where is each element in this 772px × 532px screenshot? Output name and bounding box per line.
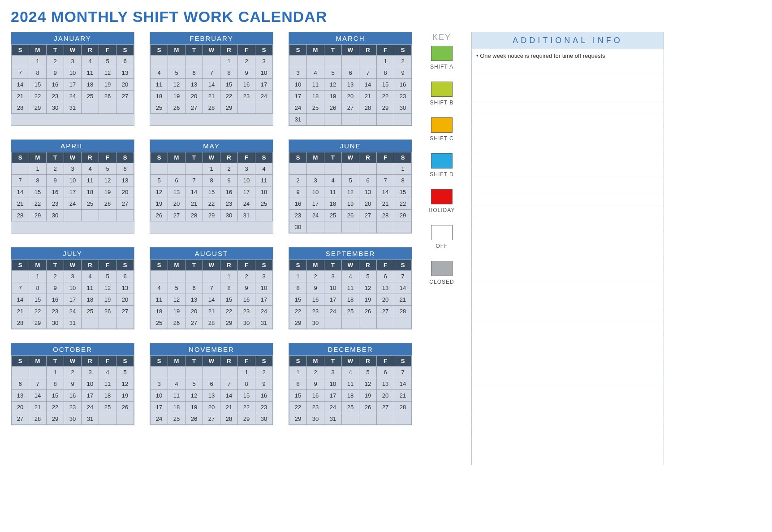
day-cell[interactable]: 31 bbox=[255, 317, 273, 329]
day-cell[interactable]: 14 bbox=[12, 186, 29, 198]
day-cell[interactable] bbox=[116, 210, 134, 221]
info-row[interactable]: • One week notice is required for time o… bbox=[472, 49, 664, 62]
day-cell[interactable] bbox=[289, 56, 307, 67]
day-cell[interactable]: 7 bbox=[394, 367, 412, 378]
day-cell[interactable]: 17 bbox=[289, 91, 307, 102]
day-cell[interactable]: 16 bbox=[47, 186, 64, 198]
day-cell[interactable]: 20 bbox=[168, 198, 185, 210]
day-cell[interactable]: 12 bbox=[168, 79, 185, 91]
day-cell[interactable]: 18 bbox=[307, 91, 324, 102]
day-cell[interactable]: 28 bbox=[394, 402, 412, 413]
day-cell[interactable]: 28 bbox=[203, 102, 220, 114]
day-cell[interactable]: 6 bbox=[116, 163, 134, 175]
day-cell[interactable]: 19 bbox=[359, 390, 377, 402]
day-cell[interactable]: 1 bbox=[238, 367, 255, 378]
day-cell[interactable]: 24 bbox=[64, 91, 82, 102]
day-cell[interactable]: 22 bbox=[29, 198, 47, 210]
day-cell[interactable]: 8 bbox=[394, 175, 412, 186]
info-row[interactable] bbox=[472, 296, 664, 309]
day-cell[interactable]: 6 bbox=[203, 378, 220, 390]
info-row[interactable] bbox=[472, 400, 664, 413]
day-cell[interactable]: 8 bbox=[220, 67, 238, 79]
day-cell[interactable]: 21 bbox=[29, 402, 47, 413]
day-cell[interactable]: 21 bbox=[394, 294, 412, 306]
day-cell[interactable]: 17 bbox=[324, 294, 342, 306]
day-cell[interactable]: 24 bbox=[238, 198, 255, 210]
day-cell[interactable] bbox=[203, 367, 220, 378]
day-cell[interactable]: 13 bbox=[359, 186, 377, 198]
day-cell[interactable]: 3 bbox=[64, 56, 82, 67]
day-cell[interactable]: 13 bbox=[168, 186, 185, 198]
day-cell[interactable]: 18 bbox=[168, 402, 185, 413]
info-row[interactable] bbox=[472, 244, 664, 257]
day-cell[interactable] bbox=[342, 221, 359, 233]
day-cell[interactable]: 25 bbox=[151, 317, 168, 329]
day-cell[interactable]: 2 bbox=[289, 175, 307, 186]
day-cell[interactable]: 8 bbox=[377, 67, 394, 79]
day-cell[interactable]: 5 bbox=[168, 282, 185, 294]
day-cell[interactable] bbox=[116, 317, 134, 329]
day-cell[interactable]: 10 bbox=[64, 175, 82, 186]
day-cell[interactable] bbox=[116, 413, 134, 425]
day-cell[interactable]: 5 bbox=[99, 271, 116, 282]
day-cell[interactable]: 10 bbox=[82, 378, 99, 390]
day-cell[interactable]: 13 bbox=[203, 390, 220, 402]
day-cell[interactable] bbox=[82, 102, 99, 114]
day-cell[interactable]: 9 bbox=[307, 282, 324, 294]
day-cell[interactable]: 8 bbox=[203, 175, 220, 186]
day-cell[interactable]: 7 bbox=[12, 67, 29, 79]
day-cell[interactable]: 4 bbox=[342, 367, 359, 378]
day-cell[interactable]: 26 bbox=[185, 413, 203, 425]
day-cell[interactable]: 12 bbox=[185, 390, 203, 402]
day-cell[interactable]: 4 bbox=[82, 271, 99, 282]
day-cell[interactable]: 29 bbox=[29, 102, 47, 114]
day-cell[interactable]: 20 bbox=[185, 91, 203, 102]
day-cell[interactable]: 11 bbox=[324, 186, 342, 198]
day-cell[interactable]: 24 bbox=[289, 102, 307, 114]
day-cell[interactable]: 1 bbox=[289, 271, 307, 282]
day-cell[interactable]: 8 bbox=[289, 282, 307, 294]
day-cell[interactable]: 15 bbox=[29, 186, 47, 198]
day-cell[interactable] bbox=[168, 367, 185, 378]
day-cell[interactable]: 29 bbox=[289, 413, 307, 425]
day-cell[interactable] bbox=[359, 413, 377, 425]
day-cell[interactable] bbox=[324, 317, 342, 329]
day-cell[interactable]: 9 bbox=[289, 186, 307, 198]
day-cell[interactable]: 21 bbox=[185, 198, 203, 210]
day-cell[interactable]: 9 bbox=[307, 378, 324, 390]
day-cell[interactable]: 15 bbox=[29, 79, 47, 91]
day-cell[interactable]: 12 bbox=[359, 282, 377, 294]
day-cell[interactable] bbox=[220, 367, 238, 378]
day-cell[interactable]: 20 bbox=[116, 294, 134, 306]
day-cell[interactable]: 26 bbox=[116, 402, 134, 413]
day-cell[interactable]: 22 bbox=[220, 91, 238, 102]
day-cell[interactable]: 19 bbox=[168, 91, 185, 102]
day-cell[interactable]: 13 bbox=[185, 294, 203, 306]
day-cell[interactable]: 4 bbox=[151, 282, 168, 294]
info-row[interactable] bbox=[472, 205, 664, 218]
day-cell[interactable]: 30 bbox=[255, 413, 273, 425]
day-cell[interactable]: 5 bbox=[342, 175, 359, 186]
day-cell[interactable]: 25 bbox=[324, 210, 342, 221]
info-row[interactable] bbox=[472, 309, 664, 322]
day-cell[interactable]: 3 bbox=[289, 67, 307, 79]
day-cell[interactable]: 8 bbox=[29, 67, 47, 79]
day-cell[interactable] bbox=[289, 163, 307, 175]
day-cell[interactable] bbox=[29, 367, 47, 378]
day-cell[interactable]: 13 bbox=[185, 79, 203, 91]
day-cell[interactable]: 28 bbox=[12, 317, 29, 329]
day-cell[interactable]: 19 bbox=[168, 306, 185, 317]
day-cell[interactable]: 17 bbox=[151, 402, 168, 413]
day-cell[interactable]: 29 bbox=[47, 413, 64, 425]
day-cell[interactable]: 30 bbox=[64, 413, 82, 425]
day-cell[interactable]: 22 bbox=[29, 91, 47, 102]
day-cell[interactable] bbox=[64, 210, 82, 221]
day-cell[interactable]: 3 bbox=[324, 271, 342, 282]
day-cell[interactable]: 10 bbox=[64, 67, 82, 79]
day-cell[interactable]: 3 bbox=[151, 378, 168, 390]
day-cell[interactable] bbox=[324, 221, 342, 233]
day-cell[interactable]: 23 bbox=[47, 306, 64, 317]
day-cell[interactable]: 1 bbox=[289, 367, 307, 378]
day-cell[interactable]: 27 bbox=[377, 402, 394, 413]
day-cell[interactable]: 23 bbox=[307, 306, 324, 317]
